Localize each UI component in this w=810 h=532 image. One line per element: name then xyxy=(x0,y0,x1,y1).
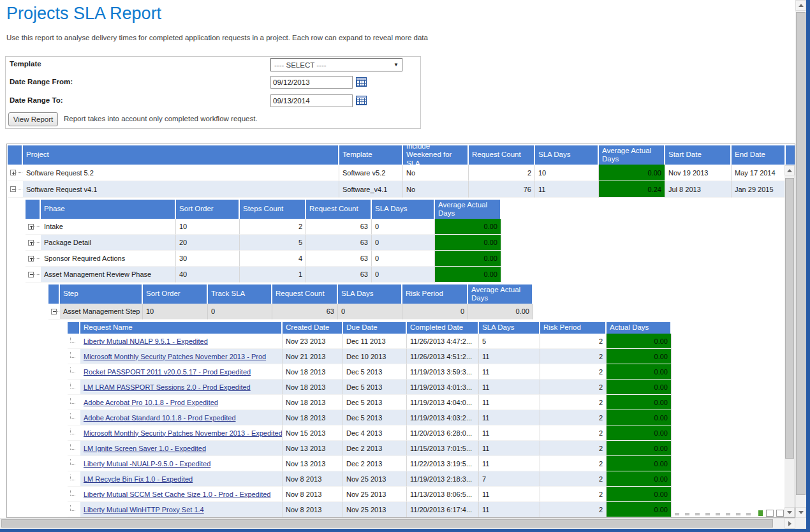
row-expander-cell xyxy=(26,219,41,235)
frame-border xyxy=(806,0,810,532)
table-scroll-up-button[interactable] xyxy=(784,165,795,175)
projects-sla-report-page: { "page": { "title": "Projects SLA Repor… xyxy=(0,0,810,532)
tree-connector-icon xyxy=(70,490,75,496)
cell-steps_count: 1 xyxy=(240,267,306,283)
cell-request_name: LM LRAM PASSPORT Sessions 2.0 - Prod Exp… xyxy=(80,380,283,395)
cell-sla_days: 11 xyxy=(479,502,540,517)
cell-completed_date: 11/20/2013 6:17:4... xyxy=(407,502,479,517)
collapse-icon[interactable] xyxy=(28,272,34,277)
template-select[interactable]: ---- SELECT ---- ▼ xyxy=(270,58,402,71)
cell-due_date: Nov 25 2013 xyxy=(343,487,407,502)
row-expander-cell xyxy=(68,364,80,380)
date-range-to-label: Date Range To: xyxy=(10,96,63,104)
column-header-actual_days: Actual Days xyxy=(607,322,672,334)
cell-request_count: 76 xyxy=(469,181,535,198)
table-row: Sponsor Required Actions3046300.00 xyxy=(26,251,501,267)
page-scroll-up-button[interactable] xyxy=(795,0,806,11)
tree-connector-icon xyxy=(70,352,75,358)
cell-created_date: Nov 15 2013 xyxy=(283,425,343,441)
cell-request_name: Microsoft Monthly Security Patches Novem… xyxy=(80,425,283,441)
cell-sort_order: 10 xyxy=(143,304,208,320)
column-header-end_date: End Date xyxy=(732,145,786,165)
cell-step: Asset Management Step xyxy=(60,304,143,320)
request-link[interactable]: Rocket PASSPORT 2011 v20.0.5.17 - Prod E… xyxy=(84,368,251,376)
column-header-request_count: Request Count xyxy=(272,284,338,304)
request-link[interactable]: Liberty Mutual WinHTTP Proxy Set 1.4 xyxy=(84,506,204,514)
tree-connector-icon xyxy=(17,189,22,189)
date-range-from-label: Date Range From: xyxy=(10,78,73,85)
expand-icon[interactable] xyxy=(10,170,16,175)
row-expander-cell xyxy=(26,251,41,267)
date-to-input[interactable] xyxy=(270,94,353,107)
tree-connector-icon xyxy=(70,337,75,343)
column-header-created_date: Created Date xyxy=(283,322,343,334)
cell-avg_actual_days: 0.00 xyxy=(435,267,501,283)
request-link[interactable]: Liberty Mutual -NUALP-9.5.0 - Expedited xyxy=(84,460,210,468)
tree-connector-icon xyxy=(70,383,75,388)
header-filler-cell xyxy=(786,145,795,165)
cell-due_date: Dec 5 2013 xyxy=(343,364,407,380)
row-expander-cell xyxy=(26,235,41,251)
cell-avg_actual_days: 0.00 xyxy=(468,304,533,320)
collapse-icon[interactable] xyxy=(51,309,57,314)
cell-created_date: Nov 23 2013 xyxy=(283,334,343,349)
cell-created_date: Nov 18 2013 xyxy=(283,364,343,380)
request-link[interactable]: Liberty Mutual SCCM Set Cache Size 1.0 -… xyxy=(84,491,270,498)
table-scroll-down-button[interactable] xyxy=(784,507,795,517)
column-header-project: Project xyxy=(23,145,339,165)
expand-icon[interactable] xyxy=(28,256,34,262)
page-scroll-right-button[interactable] xyxy=(784,518,795,529)
request-link[interactable]: Adobe Acrobat Pro 10.1.8 - Prod Expedite… xyxy=(84,399,218,406)
column-header-request_count: Request Count xyxy=(306,200,372,219)
column-header-avg_actual_days: Average Actual Days xyxy=(599,145,665,165)
cell-sla_days: 7 xyxy=(479,471,540,487)
cell-risk_period: 2 xyxy=(540,410,607,425)
request-link[interactable]: LM LRAM PASSPORT Sessions 2.0 - Prod Exp… xyxy=(84,383,251,391)
cell-steps_count: 2 xyxy=(240,219,306,235)
date-to-calendar-button[interactable] xyxy=(356,95,367,105)
cell-completed_date: 11/19/2013 2:18:3... xyxy=(407,471,479,487)
column-header-start_date: Start Date xyxy=(665,145,732,165)
row-expander-cell xyxy=(68,502,80,517)
cell-completed_date: 11/13/2013 8:06:5... xyxy=(407,487,479,502)
cell-phase: Package Detail xyxy=(41,235,176,251)
tree-connector-icon xyxy=(70,444,75,450)
cell-request_count: 63 xyxy=(306,251,372,267)
request-link[interactable]: LM Recycle Bin Fix 1.0 - Expedited xyxy=(84,475,193,483)
scrollbar-corner xyxy=(795,518,806,529)
expand-icon[interactable] xyxy=(28,224,34,230)
cell-actual_days: 0.00 xyxy=(607,456,672,471)
table-scrollbar-thumb[interactable] xyxy=(785,178,794,459)
request-link[interactable]: Liberty Mutual NUALP 9.5.1 - Expedited xyxy=(84,337,208,345)
date-from-calendar-button[interactable] xyxy=(356,77,367,87)
tree-connector-icon xyxy=(70,475,75,480)
collapse-icon[interactable] xyxy=(10,186,16,192)
request-link[interactable]: Microsoft Monthly Security Patches Novem… xyxy=(84,429,283,437)
page-scrollbar-thumb[interactable] xyxy=(796,12,806,495)
arrow-up-icon xyxy=(799,4,804,7)
cell-request_name: Microsoft Monthly Security Patches Novem… xyxy=(80,349,283,364)
request-link[interactable]: Adobe Acrobat Standard 10.1.8 - Prod Exp… xyxy=(84,414,236,422)
requests-grid: Request NameCreated DateDue DateComplete… xyxy=(68,322,672,517)
column-header-risk_period: Risk Period xyxy=(402,284,468,304)
cell-due_date: Dec 10 2013 xyxy=(343,349,407,364)
request-link[interactable]: LM Ignite Screen Saver 1.0 - Expedited xyxy=(84,445,206,452)
cell-due_date: Dec 5 2013 xyxy=(343,395,407,410)
request-link[interactable]: Microsoft Monthly Security Patches Novem… xyxy=(84,353,266,360)
horizontal-scrollbar-thumb[interactable] xyxy=(1,519,773,528)
view-report-button[interactable]: View Report xyxy=(8,112,58,126)
date-from-input[interactable] xyxy=(270,76,353,89)
page-scroll-down-button[interactable] xyxy=(795,507,806,518)
report-note: Report takes into account only completed… xyxy=(64,115,258,122)
tree-connector-icon xyxy=(34,226,40,227)
column-header-phase: Phase xyxy=(41,200,176,219)
cut-off-pager-fragment xyxy=(758,510,763,516)
cell-request_name: LM Ignite Screen Saver 1.0 - Expedited xyxy=(80,441,283,456)
arrow-down-icon xyxy=(799,511,804,514)
cell-steps_count: 4 xyxy=(240,251,306,267)
cell-end_date: May 17 2014 xyxy=(732,165,786,181)
expand-icon[interactable] xyxy=(28,240,34,246)
chevron-down-icon: ▼ xyxy=(394,62,399,68)
tree-connector-icon xyxy=(34,258,40,259)
column-header-template: Template xyxy=(339,145,403,165)
